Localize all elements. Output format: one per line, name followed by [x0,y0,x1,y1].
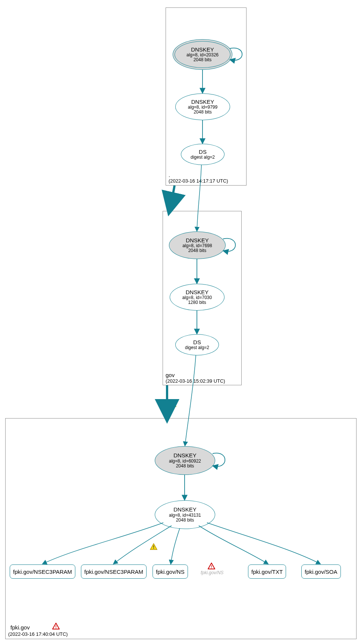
record-nsec3param-2: fpki.gov/NSEC3PARAM [81,564,147,579]
zone-fpki-time: (2022-03-16 17:40:04 UTC) [8,631,68,637]
error-icon: ! [208,563,215,569]
node-fpki-ksk: DNSKEY alg=8, id=60922 2048 bits [155,446,215,475]
node-sub: 2048 bits [188,248,207,253]
node-root-ksk: DNSKEY alg=8, id=20326 2048 bits [173,39,232,70]
node-sub: 2048 bits [194,110,212,115]
node-title: DS [199,149,207,155]
node-title: DNSKEY [191,99,214,105]
node-sub: 1280 bits [188,300,206,305]
svg-text:!: ! [211,564,212,569]
zone-root-time: (2022-03-16 14:17:17 UTC) [169,178,228,184]
svg-text:!: ! [172,402,173,407]
node-sub: 2048 bits [194,57,212,62]
record-txt: fpki.gov/TXT [248,564,286,579]
svg-text:!: ! [55,625,57,629]
error-icon: ! [52,623,60,629]
node-fpki-zsk: DNSKEY alg=8, id=43131 2048 bits [155,500,215,529]
node-title: DNSKEY [173,507,197,513]
node-sub: digest alg=2 [185,345,209,350]
node-sub: digest alg=2 [191,155,215,160]
node-title: DNSKEY [191,47,214,53]
node-title: DNSKEY [173,452,197,459]
svg-text:!: ! [153,545,154,550]
record-ns: fpki.gov/NS [153,564,188,579]
record-nsec3param-1: fpki.gov/NSEC3PARAM [10,564,75,579]
node-root-ds: DS digest alg=2 [181,144,225,165]
node-sub: alg=8, id=60922 [169,459,201,464]
node-gov-ksk: DNSKEY alg=8, id=7698 2048 bits [169,231,226,259]
zone-gov-name: gov [166,372,175,378]
zone-fpki-name: fpki.gov [10,624,30,631]
node-title: DS [193,339,201,346]
node-gov-zsk: DNSKEY alg=8, id=7030 1280 bits [170,284,225,311]
zone-gov-time: (2022-03-16 15:02:39 UTC) [166,378,225,384]
node-sub: 2048 bits [176,464,194,469]
record-ns-ghost: fpki.gov/NS [198,569,226,576]
record-soa: fpki.gov/SOA [301,564,341,579]
node-root-zsk: DNSKEY alg=8, id=9799 2048 bits [175,93,230,120]
node-title: DNSKEY [186,237,209,244]
warning-icon: ! [150,543,157,550]
node-sub: 2048 bits [176,518,194,523]
node-sub: alg=8, id=43131 [169,513,201,518]
warning-icon: ! [169,400,176,407]
zone-root-name: . [169,172,170,178]
node-gov-ds: DS digest alg=2 [175,334,219,355]
node-title: DNSKEY [186,289,209,296]
